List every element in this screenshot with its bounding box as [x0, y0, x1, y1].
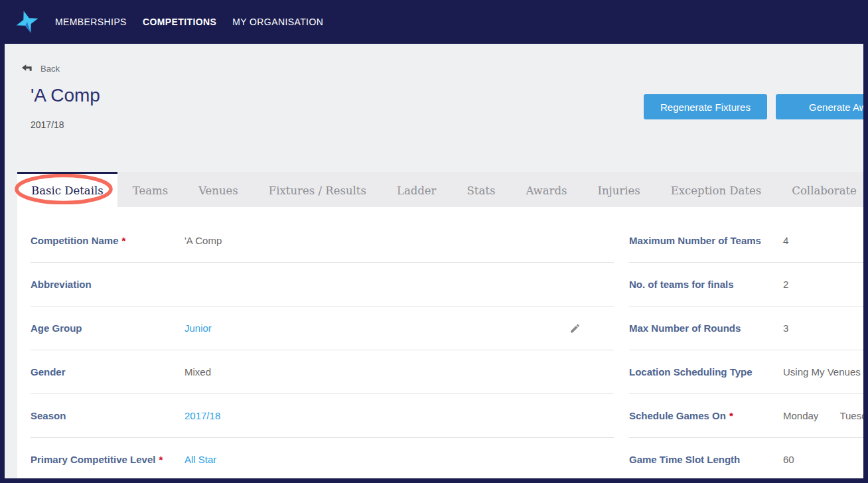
field-label: Schedule Games On*	[629, 410, 783, 421]
pencil-icon[interactable]	[569, 322, 581, 334]
return-arrow-icon	[21, 62, 33, 75]
tab-basic-details[interactable]: Basic Details	[17, 172, 117, 207]
field-value-group: 60	[783, 454, 794, 465]
field-label: Season	[31, 410, 184, 421]
field-value: 4	[783, 235, 788, 246]
field-label: Game Time Slot Length	[629, 454, 783, 465]
tab-injuries[interactable]: Injuries	[582, 172, 655, 207]
fields-right-column: Maximum Number of Teams4No. of teams for…	[629, 219, 863, 478]
field-row-age-group: Age GroupJunior	[31, 307, 614, 350]
tab-collaborate[interactable]: Collaborate	[776, 172, 863, 207]
generate-awards-button[interactable]: Generate Awards	[776, 94, 863, 119]
nav-item-competitions[interactable]: COMPETITIONS	[143, 17, 216, 27]
field-value-group: Using My Venues	[783, 366, 861, 378]
field-row-competition-name: Competition Name*'A Comp	[31, 219, 614, 263]
nav-item-memberships[interactable]: MEMBERSHIPS	[55, 17, 127, 27]
field-row-maximum-number-of-teams: Maximum Number of Teams4	[629, 219, 863, 263]
field-label: Maximum Number of Teams	[629, 235, 783, 246]
field-row-season: Season2017/18	[31, 394, 614, 438]
app-logo-icon[interactable]	[14, 9, 40, 35]
field-value-group: 2	[783, 279, 788, 290]
field-value-group: MondayTuesday	[783, 410, 863, 421]
app-window: MEMBERSHIPSCOMPETITIONSMY ORGANISATION B…	[0, 0, 868, 483]
field-value: 2	[783, 279, 788, 290]
field-value: 60	[783, 454, 794, 465]
field-value: 3	[783, 322, 788, 334]
fields-left-column: Competition Name*'A CompAbbreviationAge …	[31, 219, 614, 478]
field-value-link[interactable]: Junior	[184, 322, 212, 334]
regenerate-fixtures-button[interactable]: Regenerate Fixtures	[644, 94, 767, 119]
tab-exception-dates[interactable]: Exception Dates	[656, 172, 777, 207]
field-row-no-of-teams-for-finals: No. of teams for finals2	[629, 263, 863, 307]
field-value-group: 4	[783, 235, 788, 246]
field-value: 'A Comp	[184, 235, 222, 246]
back-label: Back	[40, 64, 60, 74]
field-row-game-time-slot-length: Game Time Slot Length60	[629, 438, 863, 478]
field-value-link[interactable]: All Star	[184, 454, 216, 465]
nav-menu: MEMBERSHIPSCOMPETITIONSMY ORGANISATION	[55, 17, 339, 27]
field-row-location-scheduling-type: Location Scheduling TypeUsing My Venues	[629, 350, 863, 394]
page-title: 'A Comp	[31, 85, 100, 106]
basic-details-panel: Competition Name*'A CompAbbreviationAge …	[17, 207, 863, 478]
page-body: Back 'A Comp 2017/18 Regenerate Fixtures…	[5, 44, 863, 478]
required-asterisk: *	[122, 235, 126, 246]
tab-bar-wrap: Basic DetailsTeamsVenuesFixtures / Resul…	[17, 172, 863, 207]
tab-fixtures-results[interactable]: Fixtures / Results	[253, 172, 382, 207]
field-label: Location Scheduling Type	[629, 366, 783, 378]
field-row-schedule-games-on: Schedule Games On*MondayTuesday	[629, 394, 863, 438]
field-value-group: Junior	[184, 322, 212, 334]
field-label: Abbreviation	[31, 279, 184, 290]
top-nav: MEMBERSHIPSCOMPETITIONSMY ORGANISATION	[0, 0, 868, 44]
back-button[interactable]: Back	[21, 62, 60, 75]
field-value: Using My Venues	[783, 366, 861, 378]
field-label: Primary Competitive Level*	[31, 454, 184, 465]
field-label: Max Number of Rounds	[629, 322, 783, 334]
tab-venues[interactable]: Venues	[183, 172, 253, 207]
field-value-group: 3	[783, 322, 788, 334]
field-value: Tuesday	[839, 410, 863, 421]
field-row-abbreviation: Abbreviation	[31, 263, 614, 307]
tab-stats[interactable]: Stats	[452, 172, 511, 207]
field-label: No. of teams for finals	[629, 279, 783, 290]
field-label: Gender	[31, 366, 184, 378]
tab-awards[interactable]: Awards	[510, 172, 582, 207]
field-value-group: 'A Comp	[184, 235, 222, 246]
field-value-group: 2017/18	[184, 410, 220, 421]
tab-bar: Basic DetailsTeamsVenuesFixtures / Resul…	[17, 172, 863, 207]
field-row-max-number-of-rounds: Max Number of Rounds3	[629, 307, 863, 350]
field-value: Mixed	[184, 366, 211, 378]
nav-item-my-organisation[interactable]: MY ORGANISATION	[232, 17, 323, 27]
field-value-group: Mixed	[184, 366, 211, 378]
field-label: Competition Name*	[31, 235, 184, 246]
field-row-primary-competitive-level: Primary Competitive Level*All Star	[31, 438, 614, 478]
field-value: Monday	[783, 410, 818, 421]
field-label: Age Group	[31, 322, 184, 334]
field-value-group: All Star	[184, 454, 216, 465]
tab-ladder[interactable]: Ladder	[382, 172, 452, 207]
page-subtitle: 2017/18	[31, 119, 64, 130]
header-buttons: Regenerate Fixtures Generate Awards	[644, 94, 863, 119]
field-value-link[interactable]: 2017/18	[184, 410, 220, 421]
required-asterisk: *	[159, 454, 163, 465]
tab-teams[interactable]: Teams	[117, 172, 183, 207]
required-asterisk: *	[729, 410, 733, 421]
field-row-gender: GenderMixed	[31, 350, 614, 394]
